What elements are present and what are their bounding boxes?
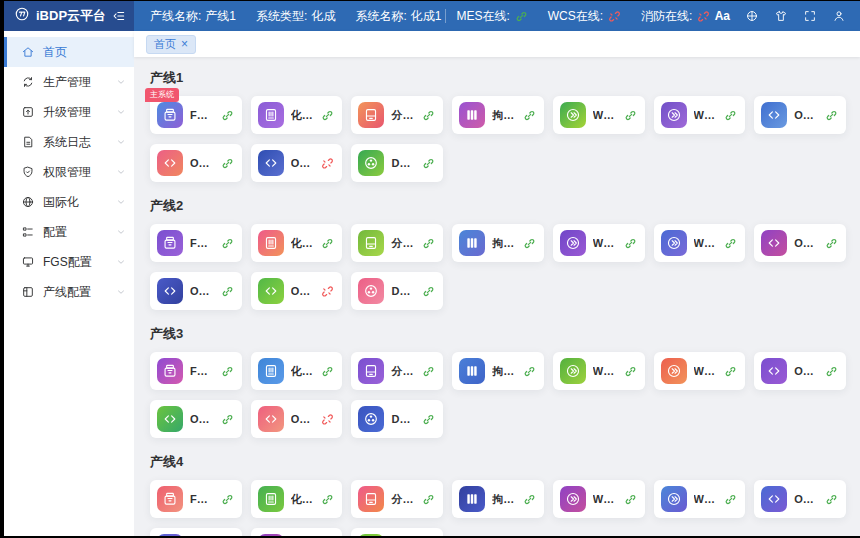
- card-grid: FMS1化成1分容1拘束机WCS1WCS2OCV1OCV2OCV3DCIR1: [150, 224, 846, 310]
- system-card-ocv3[interactable]: OCV3: [251, 144, 343, 182]
- card-label: OCV3: [291, 285, 315, 297]
- sidebar-item-globe[interactable]: 国际化: [4, 187, 134, 217]
- card-grid: FMS1化成1分容1拘束机WCS1WCS2OCV1OCV2OCV3DCIR1: [150, 352, 846, 438]
- info-value: 产线1: [205, 8, 236, 25]
- link-online-icon: [422, 157, 435, 170]
- system-card-拘束机[interactable]: 拘束机: [452, 480, 544, 518]
- card-label: FMS1: [190, 237, 214, 249]
- system-card-分容1[interactable]: 分容1: [351, 352, 443, 390]
- system-card-wcs2[interactable]: WCS2: [654, 224, 746, 262]
- link-online-icon: [624, 237, 637, 250]
- content-area[interactable]: 产线1主系统FMS1化成1分容1拘束机WCS1WCS2OCV1OCV2OCV3D…: [134, 57, 860, 536]
- system-card-wcs1[interactable]: WCS1: [553, 352, 645, 390]
- restraint-icon: [459, 486, 485, 512]
- system-card-wcs1[interactable]: WCS1: [553, 480, 645, 518]
- system-card-wcs2[interactable]: WCS2: [654, 480, 746, 518]
- system-card-ocv2[interactable]: OCV2: [150, 272, 242, 310]
- system-card-fms1[interactable]: FMS1: [150, 352, 242, 390]
- fullscreen-icon[interactable]: [803, 9, 817, 23]
- ocv-icon: [258, 534, 284, 536]
- system-card-wcs2[interactable]: WCS2: [654, 96, 746, 134]
- system-card-ocv1[interactable]: OCV1: [754, 224, 846, 262]
- system-card-ocv2[interactable]: OCV2: [150, 528, 242, 536]
- system-card-fms1[interactable]: FMS1: [150, 224, 242, 262]
- system-card-fms1[interactable]: FMS1: [150, 480, 242, 518]
- font-size-icon[interactable]: Aa: [715, 9, 730, 23]
- system-card-分容1[interactable]: 分容1: [351, 224, 443, 262]
- info-value: 化成: [311, 8, 335, 25]
- wcs-icon: [661, 102, 687, 128]
- link-online-icon: [825, 237, 838, 250]
- tab-close-icon[interactable]: ×: [181, 38, 188, 50]
- system-card-ocv1[interactable]: OCV1: [754, 96, 846, 134]
- sidebar-item-lineconfig[interactable]: 产线配置: [4, 277, 134, 307]
- system-card-wcs1[interactable]: WCS1: [553, 224, 645, 262]
- system-card-ocv1[interactable]: OCV1: [754, 352, 846, 390]
- system-card-wcs2[interactable]: WCS2: [654, 352, 746, 390]
- restraint-icon: [459, 230, 485, 256]
- link-online-icon: [825, 109, 838, 122]
- system-card-dcir1[interactable]: DCIR1: [351, 400, 443, 438]
- system-card-化成1[interactable]: 化成1: [251, 224, 343, 262]
- sidebar-item-label: 升级管理: [43, 104, 91, 121]
- system-card-拘束机[interactable]: 拘束机: [452, 224, 544, 262]
- card-label: 分容1: [391, 364, 415, 379]
- permission-icon: [21, 165, 35, 179]
- sidebar-item-production[interactable]: 生产管理: [4, 67, 134, 97]
- system-card-ocv3[interactable]: OCV3: [251, 400, 343, 438]
- link-online-icon: [422, 285, 435, 298]
- link-online-icon: [724, 493, 737, 506]
- link-online-icon: [221, 109, 234, 122]
- card-label: 拘束机: [492, 236, 516, 251]
- system-card-化成1[interactable]: 化成1: [251, 352, 343, 390]
- card-label: FMS1: [190, 109, 214, 121]
- header-info-item: 系统名称:化成1: [355, 8, 441, 25]
- system-card-拘束机[interactable]: 拘束机: [452, 96, 544, 134]
- system-card-分容1[interactable]: 分容1: [351, 480, 443, 518]
- system-card-分容1[interactable]: 分容1: [351, 96, 443, 134]
- section-title: 产线1: [150, 69, 846, 87]
- system-card-化成1[interactable]: 化成1: [251, 96, 343, 134]
- sidebar-item-label: 生产管理: [43, 74, 91, 91]
- system-card-ocv1[interactable]: OCV1: [754, 480, 846, 518]
- tab-home[interactable]: 首页×: [146, 35, 196, 54]
- sidebar-item-config[interactable]: 配置: [4, 217, 134, 247]
- main-area: 首页× 产线1主系统FMS1化成1分容1拘束机WCS1WCS2OCV1OCV2O…: [134, 31, 860, 536]
- system-card-化成1[interactable]: 化成1: [251, 480, 343, 518]
- system-card-wcs1[interactable]: WCS1: [553, 96, 645, 134]
- app-window: iBDP云平台 产线名称:产线1系统类型:化成系统名称:化成1 MES在线:WC…: [4, 1, 860, 536]
- sidebar-item-home[interactable]: 首页: [4, 37, 134, 67]
- system-card-fms1[interactable]: 主系统FMS1: [150, 96, 242, 134]
- user-icon[interactable]: [832, 9, 846, 23]
- fms-icon: [157, 102, 183, 128]
- header-info-item: 产线名称:产线1: [150, 8, 236, 25]
- card-label: WCS1: [593, 109, 617, 121]
- card-label: OCV1: [794, 365, 818, 377]
- card-grid: 主系统FMS1化成1分容1拘束机WCS1WCS2OCV1OCV2OCV3DCIR…: [150, 96, 846, 182]
- system-card-拘束机[interactable]: 拘束机: [452, 352, 544, 390]
- system-card-ocv2[interactable]: OCV2: [150, 144, 242, 182]
- system-card-ocv2[interactable]: OCV2: [150, 400, 242, 438]
- link-online-icon: [221, 157, 234, 170]
- sidebar-item-permission[interactable]: 权限管理: [4, 157, 134, 187]
- sidebar-item-logs[interactable]: 系统日志: [4, 127, 134, 157]
- collapse-sidebar-icon[interactable]: [112, 9, 126, 23]
- sidebar-item-fgs[interactable]: FGS配置: [4, 247, 134, 277]
- system-card-dcir1[interactable]: DCIR1: [351, 272, 443, 310]
- system-card-ocv3[interactable]: OCV3: [251, 272, 343, 310]
- restraint-icon: [459, 102, 485, 128]
- sidebar-item-upgrade[interactable]: 升级管理: [4, 97, 134, 127]
- system-card-dcir1[interactable]: DCIR1: [351, 144, 443, 182]
- theme-skin-icon[interactable]: [774, 9, 788, 23]
- capacity-icon: [358, 102, 384, 128]
- system-card-ocv3[interactable]: OCV3: [251, 528, 343, 536]
- chevron-down-icon: [116, 167, 126, 177]
- link-broken-icon: [321, 157, 334, 170]
- system-card-dcir1[interactable]: DCIR1: [351, 528, 443, 536]
- wcs-icon: [560, 486, 586, 512]
- link-online-icon: [221, 285, 234, 298]
- sidebar-item-label: FGS配置: [43, 254, 92, 271]
- chevron-down-icon: [116, 227, 126, 237]
- language-globe-icon[interactable]: [745, 9, 759, 23]
- link-online-icon: [221, 493, 234, 506]
